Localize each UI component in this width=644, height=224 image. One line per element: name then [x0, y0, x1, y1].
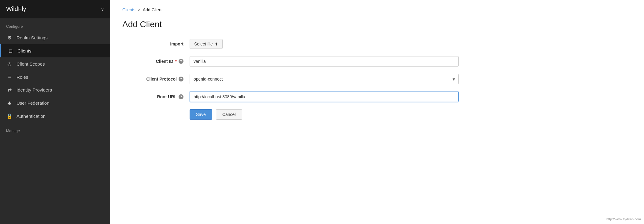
- client-protocol-help-icon[interactable]: ?: [179, 77, 183, 81]
- sidebar-header[interactable]: WildFly ∨: [0, 0, 110, 18]
- save-button[interactable]: Save: [190, 109, 212, 120]
- page-title: Add Client: [122, 20, 632, 29]
- sidebar-item-label: Authentication: [17, 114, 46, 119]
- authentication-icon: 🔒: [6, 113, 13, 119]
- app-name: WildFly: [6, 5, 26, 13]
- sidebar-item-authentication[interactable]: 🔒 Authentication: [0, 110, 110, 123]
- root-url-help-icon[interactable]: ?: [179, 94, 183, 99]
- client-id-control: [190, 56, 459, 67]
- client-scopes-icon: ◎: [6, 61, 13, 67]
- sidebar-item-user-federation[interactable]: ◉ User Federation: [0, 96, 110, 110]
- roles-icon: ≡: [6, 74, 13, 80]
- sidebar-item-label: Realm Settings: [17, 35, 48, 40]
- import-label: Import: [122, 42, 190, 46]
- import-control: Select file ⬆: [190, 39, 459, 49]
- configure-section-label: Configure: [0, 18, 110, 31]
- required-indicator: *: [175, 59, 177, 64]
- client-id-input[interactable]: [190, 56, 459, 67]
- root-url-label: Root URL ?: [122, 94, 190, 99]
- manage-section-label: Manage: [0, 123, 110, 135]
- client-protocol-select[interactable]: openid-connect saml: [190, 74, 459, 84]
- watermark: http://www.flydean.com: [606, 217, 641, 221]
- import-row: Import Select file ⬆: [122, 39, 459, 49]
- breadcrumb-clients-link[interactable]: Clients: [122, 7, 135, 12]
- client-protocol-row: Client Protocol ? openid-connect saml: [122, 74, 459, 84]
- client-id-label: Client ID * ?: [122, 59, 190, 64]
- sidebar-item-label: Clients: [17, 48, 31, 53]
- sidebar-item-label: Identity Providers: [17, 87, 52, 92]
- client-protocol-control: openid-connect saml: [190, 74, 459, 84]
- client-id-row: Client ID * ?: [122, 56, 459, 67]
- identity-providers-icon: ⇄: [6, 87, 13, 93]
- sidebar-item-label: Roles: [17, 74, 28, 80]
- select-file-button[interactable]: Select file ⬆: [190, 39, 223, 49]
- sidebar: WildFly ∨ Configure ⚙ Realm Settings ◻ C…: [0, 0, 110, 224]
- sidebar-item-identity-providers[interactable]: ⇄ Identity Providers: [0, 83, 110, 96]
- breadcrumb-current: Add Client: [143, 7, 163, 12]
- form-actions: Save Cancel: [122, 109, 459, 120]
- root-url-row: Root URL ?: [122, 92, 459, 102]
- sidebar-item-roles[interactable]: ≡ Roles: [0, 70, 110, 83]
- sidebar-item-label: User Federation: [17, 100, 50, 106]
- cancel-button[interactable]: Cancel: [216, 109, 242, 120]
- sidebar-item-realm-settings[interactable]: ⚙ Realm Settings: [0, 31, 110, 44]
- chevron-down-icon[interactable]: ∨: [101, 7, 104, 12]
- main-content: Clients > Add Client Add Client Import S…: [110, 0, 644, 224]
- user-federation-icon: ◉: [6, 100, 13, 106]
- sidebar-item-client-scopes[interactable]: ◎ Client Scopes: [0, 57, 110, 70]
- breadcrumb: Clients > Add Client: [122, 7, 632, 12]
- realm-settings-icon: ⚙: [6, 35, 13, 41]
- sidebar-item-clients[interactable]: ◻ Clients: [0, 44, 110, 57]
- client-id-help-icon[interactable]: ?: [179, 59, 183, 64]
- sidebar-item-label: Client Scopes: [17, 61, 45, 67]
- root-url-control: [190, 92, 459, 102]
- clients-icon: ◻: [7, 48, 14, 54]
- root-url-input[interactable]: [190, 92, 459, 102]
- add-client-form: Import Select file ⬆ Client ID * ?: [122, 39, 459, 120]
- breadcrumb-separator: >: [138, 7, 140, 12]
- client-protocol-label: Client Protocol ?: [122, 77, 190, 81]
- upload-icon: ⬆: [215, 42, 218, 46]
- client-protocol-select-wrapper: openid-connect saml: [190, 74, 459, 84]
